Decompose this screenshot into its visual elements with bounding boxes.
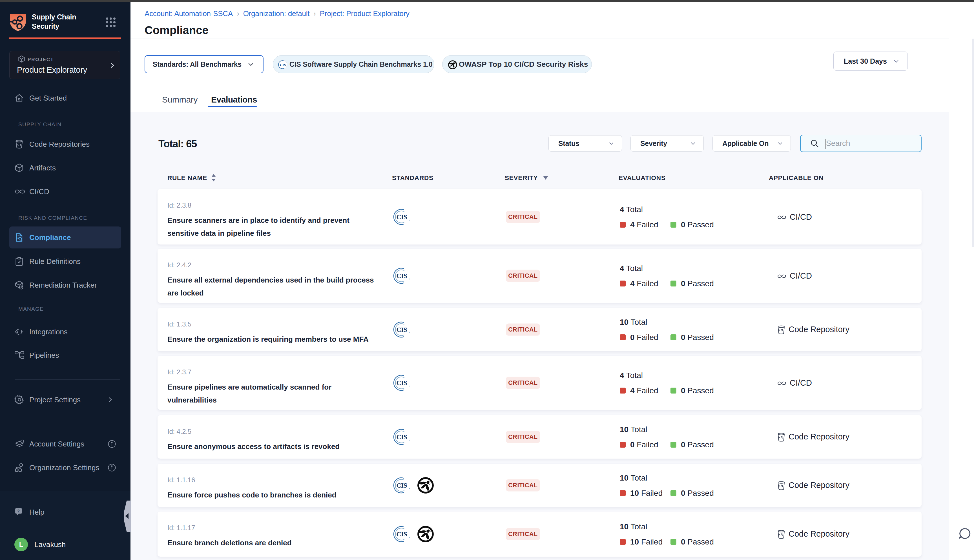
svg-text:CIS: CIS — [396, 213, 407, 220]
svg-text:CIS: CIS — [396, 326, 407, 333]
svg-text:CIS: CIS — [280, 63, 286, 67]
svg-text:?: ? — [17, 509, 20, 513]
svg-text:CIS: CIS — [396, 482, 407, 489]
svg-text:CIS: CIS — [396, 433, 407, 440]
svg-text:CIS: CIS — [396, 530, 407, 538]
svg-text:CIS: CIS — [396, 379, 407, 387]
svg-text:CIS: CIS — [396, 272, 407, 280]
